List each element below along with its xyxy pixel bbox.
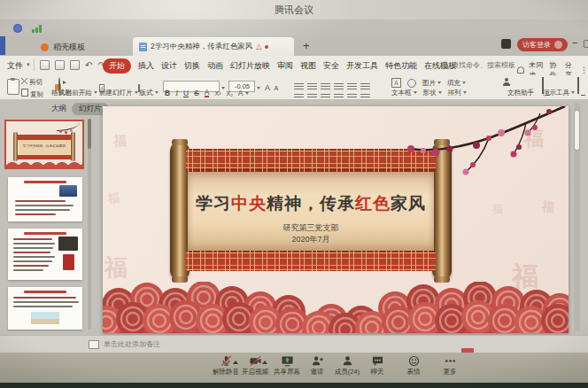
cut-button[interactable]: 剪切 xyxy=(21,78,43,87)
chat-button[interactable]: 聊天 xyxy=(357,355,398,376)
tab-outline[interactable]: 大纲 xyxy=(51,104,66,114)
emoji-button[interactable]: 表情 xyxy=(393,355,434,376)
tab-transition[interactable]: 切换 xyxy=(184,60,200,72)
fu-watermark: 福 xyxy=(107,190,120,207)
thumb2-text-line xyxy=(15,209,70,211)
thumb3-text-line xyxy=(13,243,55,244)
maximize-button[interactable]: ▢ xyxy=(583,37,588,49)
meeting-app-icon xyxy=(13,24,22,33)
display-switch-icon[interactable] xyxy=(577,78,579,94)
more-menu-icon[interactable]: ⋮ xyxy=(580,66,588,74)
warning-triangle-icon: △ xyxy=(256,43,261,50)
text-direction-icon[interactable]: A xyxy=(391,78,401,88)
command-search[interactable]: 查找命令、搜索模板 xyxy=(441,60,515,70)
meeting-status-strip xyxy=(0,19,588,36)
shape-button[interactable]: 形状 xyxy=(423,89,442,97)
copy-button[interactable]: 复制 xyxy=(21,89,43,99)
bold-button[interactable]: B xyxy=(165,89,170,97)
guest-login-label: 访客登录 xyxy=(522,40,551,50)
font-color-icon[interactable]: A xyxy=(205,89,210,97)
paste-button[interactable] xyxy=(7,79,19,95)
slide-thumbnail-4[interactable] xyxy=(8,287,82,330)
text-box-button[interactable]: 文本框 xyxy=(391,89,417,97)
file-menu-caret-icon[interactable]: ▾ xyxy=(27,61,30,68)
tab-design[interactable]: 设计 xyxy=(161,60,177,72)
thumb3-text-line xyxy=(13,238,52,240)
save-icon[interactable] xyxy=(40,60,50,70)
tab-animation[interactable]: 动画 xyxy=(207,60,223,72)
increase-font-icon[interactable]: A xyxy=(265,83,270,92)
new-tab-button[interactable]: + xyxy=(303,39,310,52)
minimize-button[interactable]: − xyxy=(572,37,577,48)
preview-icon[interactable] xyxy=(70,60,80,70)
insert-group-row2: 文本框 形状 排列 xyxy=(391,89,467,97)
notes-placeholder[interactable]: 单击此处添加备注 xyxy=(104,339,160,349)
cloud-sync-icon xyxy=(517,66,524,74)
print-icon[interactable] xyxy=(55,60,65,70)
slide-thumbnail-1-selected[interactable]: 学习中央精神，传承红色家风 xyxy=(4,120,84,169)
subscript-icon[interactable]: X₂ xyxy=(226,90,232,97)
chat-icon xyxy=(371,355,384,367)
thumb3-text-line xyxy=(13,252,50,253)
thumb4-title-line xyxy=(24,291,66,293)
avatar xyxy=(554,41,562,49)
mini-plum-branch-icon xyxy=(57,122,80,131)
sidebar-header: 大纲 幻灯片 xyxy=(51,103,109,115)
sidebar-scrollbar-track[interactable] xyxy=(88,119,91,330)
thumb2-photo xyxy=(59,185,77,197)
tab-template-store[interactable]: 稻壳模板 xyxy=(41,39,85,55)
meeting-title: 腾讯会议 xyxy=(0,0,588,19)
tab-features[interactable]: 特色功能 xyxy=(385,60,417,72)
main-scrollbar-thumb[interactable] xyxy=(574,110,580,151)
camera-off-icon xyxy=(249,355,262,367)
slide-canvas[interactable]: 福 福 福 福 福 福 福 福 学习中央精神，传承红色家风 研究第三党支部 20… xyxy=(103,106,569,333)
mini-slide-title: 学习中央精神，传承红色家风 xyxy=(20,144,67,150)
fu-watermark: 福 xyxy=(104,252,128,283)
fill-button[interactable]: 填充 xyxy=(447,79,466,88)
text-effects-icon[interactable]: A xyxy=(238,89,249,97)
cloud-pattern xyxy=(103,282,569,333)
thumb2-text-line xyxy=(15,200,66,202)
tab-security[interactable]: 安全 xyxy=(323,60,339,72)
divider xyxy=(34,59,35,71)
tab-review[interactable]: 审阅 xyxy=(277,60,293,72)
network-signal-icon xyxy=(32,25,44,33)
sidebar-scrollbar-thumb[interactable] xyxy=(88,119,91,149)
insert-group-row1: A 图片 填充 xyxy=(391,78,466,88)
thumb3-red-book xyxy=(63,254,74,270)
fu-watermark: 福 xyxy=(113,133,127,150)
more-icon xyxy=(444,355,457,367)
decrease-font-icon[interactable]: A xyxy=(274,85,278,91)
shape-oval-icon[interactable] xyxy=(407,79,416,88)
file-menu-button[interactable]: 文件 xyxy=(7,60,23,72)
tab-active-document[interactable]: 2学习中央精神，传承红色家风 △ xyxy=(133,37,294,56)
thumb4-text-line xyxy=(13,306,73,307)
picture-button[interactable]: 图片 xyxy=(422,79,441,88)
more-button[interactable]: 更多 xyxy=(429,355,470,376)
photo-bottom-edge xyxy=(0,383,588,388)
mic-muted-icon xyxy=(220,355,233,367)
tab-insert[interactable]: 插入 xyxy=(138,60,154,72)
thumb3-text-line xyxy=(13,269,43,271)
slide-subtitle-org: 研究第三党支部 xyxy=(188,222,434,234)
slide-thumbnail-2[interactable] xyxy=(8,177,82,221)
search-placeholder: 查找命令、搜索模板 xyxy=(452,60,515,70)
tab-devtools[interactable]: 开发工具 xyxy=(346,60,378,72)
tab-home[interactable]: 开始 xyxy=(103,58,131,74)
tab-view[interactable]: 视图 xyxy=(300,60,316,72)
guest-login-button[interactable]: 访客登录 xyxy=(517,38,568,51)
wps-tab-bar xyxy=(0,35,588,56)
arrange-button[interactable]: 排列 xyxy=(448,89,467,97)
slide-thumbnail-3[interactable] xyxy=(8,229,82,280)
thumb4-text-line xyxy=(13,301,79,303)
cut-icon xyxy=(21,78,27,84)
tab-slideshow[interactable]: 幻灯片放映 xyxy=(230,60,270,72)
app-menu-icon[interactable] xyxy=(501,39,511,49)
underline-button[interactable]: U xyxy=(183,89,189,97)
strike-button[interactable]: S xyxy=(194,89,199,97)
italic-button[interactable]: I xyxy=(175,89,178,97)
tab-template-store-label: 稻壳模板 xyxy=(53,42,85,53)
superscript-icon[interactable]: X² xyxy=(214,90,220,97)
undo-icon[interactable]: ↶ xyxy=(85,61,92,70)
ribbon-tabs: 开始 插入 设计 切换 动画 幻灯片放映 审阅 视图 安全 开发工具 特色功能 … xyxy=(103,56,456,75)
